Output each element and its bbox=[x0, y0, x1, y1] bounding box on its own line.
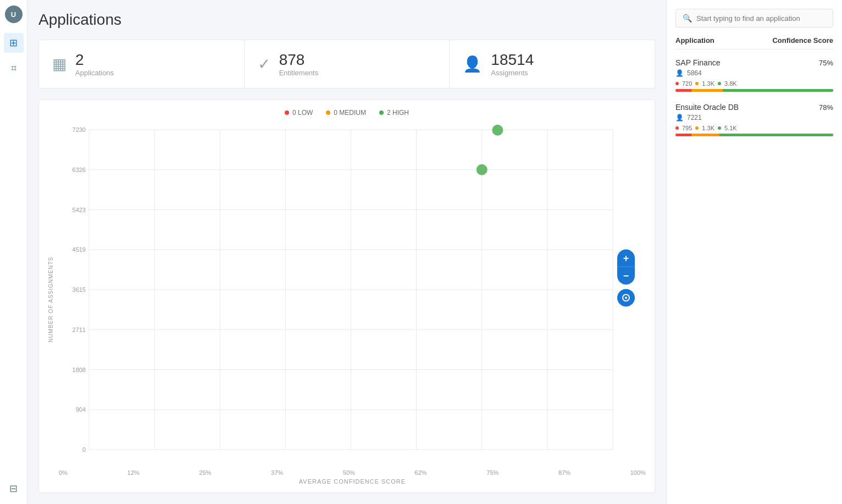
app-item-header: Ensuite Oracle DB 78% bbox=[675, 103, 833, 112]
scatter-chart: 0 LOW 0 MEDIUM 2 HIGH NUMBER OF ASSIGNME… bbox=[38, 99, 655, 493]
score-medium: 1.3K bbox=[702, 125, 714, 131]
legend-label-high: 2 HIGH bbox=[387, 109, 409, 117]
svg-point-30 bbox=[625, 297, 627, 299]
chart-svg: 72306326542345193615271118089040 bbox=[59, 123, 646, 467]
x-tick: 75% bbox=[486, 469, 498, 476]
x-tick: 62% bbox=[415, 469, 427, 476]
app-score: 75% bbox=[819, 59, 833, 67]
legend-medium: 0 MEDIUM bbox=[326, 109, 366, 117]
zoom-out-button[interactable]: − bbox=[617, 267, 635, 285]
score-dot-low bbox=[675, 126, 679, 130]
stat-info-entitlements: 878 Entitlements bbox=[279, 51, 319, 77]
svg-text:3615: 3615 bbox=[73, 286, 86, 293]
score-low: 720 bbox=[682, 80, 692, 87]
app-name: Ensuite Oracle DB bbox=[675, 103, 739, 112]
stats-row: ▦ 2 Applications ✓ 878 Entitlements 👤 bbox=[38, 40, 655, 88]
panel-header: Application Confidence Score bbox=[675, 36, 833, 49]
app-users: 👤 5864 bbox=[675, 69, 833, 77]
legend-dot-high bbox=[379, 110, 384, 115]
users-count: 7221 bbox=[687, 114, 702, 121]
app-name: SAP Finance bbox=[675, 58, 720, 67]
app-item-ensuite-oracle[interactable]: Ensuite Oracle DB 78% 👤 7221 795 1.3K 5.… bbox=[675, 103, 833, 136]
col-confidence: Confidence Score bbox=[772, 36, 833, 45]
search-box[interactable]: 🔍 bbox=[675, 9, 833, 27]
chart-inner: NUMBER OF ASSIGNMENTS 723063265423451936… bbox=[48, 123, 646, 476]
app-score: 78% bbox=[819, 103, 833, 112]
chart-section: Applications ▦ 2 Applications ✓ 878 Enti… bbox=[27, 0, 666, 504]
app-item-sap-finance[interactable]: SAP Finance 75% 👤 5864 720 1.3K 3.8K bbox=[675, 58, 833, 92]
bar-red bbox=[675, 134, 691, 136]
svg-text:7230: 7230 bbox=[73, 126, 86, 133]
applications-number: 2 bbox=[75, 51, 114, 69]
svg-text:5423: 5423 bbox=[73, 207, 86, 213]
bar-red bbox=[675, 89, 691, 92]
x-tick: 37% bbox=[271, 469, 283, 476]
legend-high: 2 HIGH bbox=[379, 109, 409, 117]
sidebar-item-tag[interactable]: ⌗ bbox=[4, 58, 24, 78]
assignments-label: Assigments bbox=[491, 69, 534, 77]
avatar: U bbox=[5, 5, 23, 23]
zoom-in-button[interactable]: + bbox=[617, 250, 635, 267]
applications-icon: ▦ bbox=[52, 55, 67, 73]
svg-text:2711: 2711 bbox=[73, 326, 86, 333]
x-tick: 0% bbox=[59, 469, 68, 476]
chart-legend: 0 LOW 0 MEDIUM 2 HIGH bbox=[48, 109, 646, 117]
zoom-reset-button[interactable] bbox=[617, 289, 635, 307]
score-dot-medium bbox=[695, 126, 699, 130]
svg-text:4519: 4519 bbox=[73, 246, 86, 253]
sidebar: U ⊞ ⌗ ⊟ bbox=[0, 0, 27, 504]
x-tick: 25% bbox=[199, 469, 211, 476]
chart-grid: 72306326542345193615271118089040 + − bbox=[59, 123, 646, 467]
score-dot-high bbox=[718, 82, 721, 85]
x-axis-label: AVERAGE CONFIDENCE SCORE bbox=[59, 478, 646, 485]
stat-card-applications: ▦ 2 Applications bbox=[39, 40, 245, 88]
legend-dot-medium bbox=[326, 110, 330, 115]
zoom-controls: + − bbox=[617, 250, 635, 307]
score-bar bbox=[675, 134, 833, 136]
svg-text:6326: 6326 bbox=[73, 167, 86, 173]
applications-label: Applications bbox=[75, 69, 114, 77]
legend-low: 0 LOW bbox=[285, 109, 313, 117]
users-icon: 👤 bbox=[675, 69, 684, 77]
page-title: Applications bbox=[38, 11, 655, 29]
score-dot-high bbox=[718, 126, 721, 130]
svg-text:1808: 1808 bbox=[73, 367, 86, 373]
app-item-header: SAP Finance 75% bbox=[675, 58, 833, 67]
sidebar-item-grid[interactable]: ⊞ bbox=[4, 33, 24, 53]
legend-label-medium: 0 MEDIUM bbox=[334, 109, 366, 117]
assignments-number: 18514 bbox=[491, 51, 534, 69]
x-tick: 87% bbox=[558, 469, 570, 476]
search-icon: 🔍 bbox=[683, 14, 692, 23]
score-high: 5.1K bbox=[724, 125, 737, 131]
main-content: Applications ▦ 2 Applications ✓ 878 Enti… bbox=[27, 0, 842, 504]
entitlements-icon: ✓ bbox=[258, 55, 270, 73]
stat-card-entitlements: ✓ 878 Entitlements bbox=[245, 40, 450, 88]
stat-info-applications: 2 Applications bbox=[75, 51, 114, 77]
entitlements-label: Entitlements bbox=[279, 69, 319, 77]
sidebar-item-bottom[interactable]: ⊟ bbox=[4, 479, 24, 499]
svg-text:0: 0 bbox=[82, 446, 86, 453]
svg-text:904: 904 bbox=[76, 406, 86, 413]
app-users: 👤 7221 bbox=[675, 114, 833, 121]
search-input[interactable] bbox=[696, 14, 826, 23]
x-axis: 0%12%25%37%50%62%75%87%100% bbox=[59, 469, 646, 476]
content-area: Applications ▦ 2 Applications ✓ 878 Enti… bbox=[27, 0, 842, 504]
right-panel: 🔍 Application Confidence Score SAP Finan… bbox=[666, 0, 842, 504]
y-axis-label: NUMBER OF ASSIGNMENTS bbox=[48, 123, 59, 476]
score-high: 3.8K bbox=[724, 80, 737, 87]
entitlements-number: 878 bbox=[279, 51, 319, 69]
score-dot-low bbox=[675, 82, 679, 85]
x-tick: 12% bbox=[128, 469, 140, 476]
score-dot-medium bbox=[695, 82, 699, 85]
score-medium: 1.3K bbox=[702, 80, 714, 87]
bar-green bbox=[719, 134, 833, 136]
users-count: 5864 bbox=[687, 69, 702, 77]
col-application: Application bbox=[675, 36, 714, 45]
zoom-reset-icon bbox=[622, 294, 630, 302]
x-tick: 50% bbox=[343, 469, 355, 476]
svg-point-28 bbox=[492, 125, 503, 136]
chart-plot: 72306326542345193615271118089040 + − bbox=[59, 123, 646, 476]
stat-card-assignments: 👤 18514 Assigments bbox=[450, 40, 655, 88]
score-dots: 795 1.3K 5.1K bbox=[675, 125, 833, 131]
score-bar bbox=[675, 89, 833, 92]
